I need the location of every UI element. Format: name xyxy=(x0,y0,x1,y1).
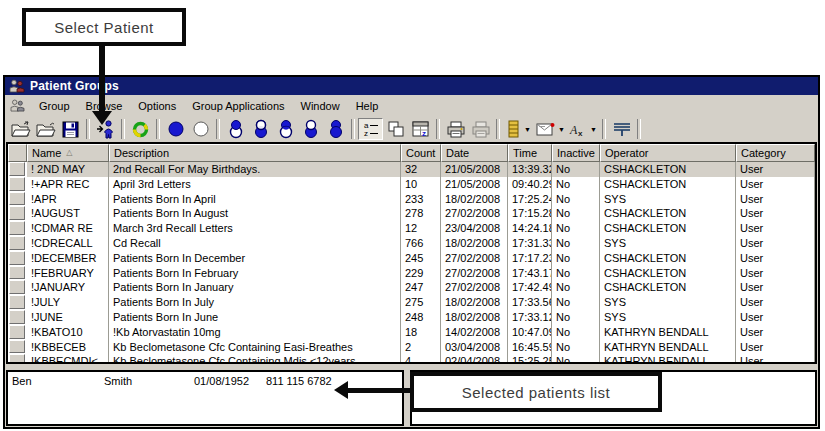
table-row[interactable]: !FEBRUARY Patients Born In February 229 … xyxy=(8,266,815,281)
table-row[interactable]: !KBBECEB Kb Beclometasone Cfc Containing… xyxy=(8,340,815,355)
refresh-group-button[interactable] xyxy=(128,118,153,140)
cell-date: 27/02/2008 xyxy=(441,206,508,221)
cell-description: April 3rd Letters xyxy=(109,177,401,192)
cell-category: User xyxy=(736,177,815,192)
cell-count: 248 xyxy=(401,310,441,325)
group-schedule-button[interactable]: z xyxy=(408,118,433,140)
set-combine-2-button[interactable] xyxy=(248,118,273,140)
set-intersect-button[interactable] xyxy=(273,118,298,140)
view-list-dropdown-caret[interactable]: ▼ xyxy=(524,126,533,133)
collapse-panel-button[interactable] xyxy=(609,118,634,140)
cell-date: 18/02/2008 xyxy=(441,310,508,325)
header-time[interactable]: Time xyxy=(508,144,552,162)
table-row[interactable]: !KBBECMDI< Kb Beclometasone Cfc Containi… xyxy=(8,354,815,362)
row-selector[interactable] xyxy=(9,251,25,265)
header-category[interactable]: Category xyxy=(736,144,815,162)
table-row[interactable]: !CDMAR RE March 3rd Recall Letters 12 23… xyxy=(8,221,815,236)
menu-item-group[interactable]: Group xyxy=(31,97,78,115)
svg-text:A: A xyxy=(569,123,578,137)
select-all-button[interactable] xyxy=(163,118,188,140)
row-selector[interactable] xyxy=(9,325,25,339)
cell-operator: CSHACKLETON xyxy=(600,251,736,266)
new-group-button[interactable] xyxy=(8,118,33,140)
header-operator[interactable]: Operator xyxy=(600,144,736,162)
menu-item-options[interactable]: Options xyxy=(130,97,184,115)
cell-category: User xyxy=(736,162,815,177)
cell-date: 23/04/2008 xyxy=(441,221,508,236)
header-count[interactable]: Count xyxy=(401,144,441,162)
set-union-button[interactable] xyxy=(323,118,348,140)
sort-az-button[interactable]: a z xyxy=(358,118,383,140)
row-selector[interactable] xyxy=(9,340,25,354)
save-group-button[interactable] xyxy=(58,118,83,140)
table-row[interactable]: !DECEMBER Patients Born In December 245 … xyxy=(8,251,815,266)
menu-item-window[interactable]: Window xyxy=(293,97,348,115)
cell-date: 27/02/2008 xyxy=(441,251,508,266)
row-selector[interactable] xyxy=(9,192,25,206)
menu-item-group-applications[interactable]: Group Applications xyxy=(184,97,292,115)
cell-name: !KBBECMDI< xyxy=(27,354,109,362)
cell-count: 32 xyxy=(401,162,441,177)
row-selector[interactable] xyxy=(9,310,25,324)
table-row[interactable]: !AUGUST Patients Born In August 278 27/0… xyxy=(8,206,815,221)
group-window-icon[interactable] xyxy=(10,99,25,112)
table-row[interactable]: !JULY Patients Born In July 275 18/02/20… xyxy=(8,295,815,310)
set-combine-1-button[interactable] xyxy=(223,118,248,140)
table-row[interactable]: !JANUARY Patients Born In January 247 27… xyxy=(8,280,815,295)
cell-date: 18/02/2008 xyxy=(441,295,508,310)
header-date[interactable]: Date xyxy=(441,144,508,162)
cell-operator: CSHACKLETON xyxy=(600,280,736,295)
mail-merge-dropdown-caret[interactable]: ▼ xyxy=(558,126,567,133)
table-row[interactable]: !+APR REC April 3rd Letters 10 21/05/200… xyxy=(8,177,815,192)
header-name[interactable]: Name△ xyxy=(27,144,109,162)
cell-time: 17:33.12 xyxy=(508,310,552,325)
row-selector[interactable] xyxy=(9,221,25,235)
cell-description: Patients Born In June xyxy=(109,310,401,325)
cell-count: 766 xyxy=(401,236,441,251)
table-row[interactable]: !APR Patients Born In April 233 18/02/20… xyxy=(8,192,815,207)
row-selector[interactable] xyxy=(9,295,25,309)
refresh-icon xyxy=(131,120,150,139)
remove-patient-button[interactable]: A x xyxy=(567,118,589,140)
cell-inactive: No xyxy=(552,354,600,362)
set-exclude-icon xyxy=(302,119,320,139)
row-selector[interactable] xyxy=(9,177,25,191)
row-selector[interactable] xyxy=(9,162,25,176)
set-union-icon xyxy=(327,119,345,139)
row-selector[interactable] xyxy=(9,206,25,220)
cell-date: 27/02/2008 xyxy=(441,266,508,281)
view-list-button[interactable] xyxy=(503,118,523,140)
toolbar: a z z xyxy=(5,116,818,142)
table-row[interactable]: !KBATO10 !Kb Atorvastatin 10mg 18 14/02/… xyxy=(8,325,815,340)
cell-inactive: No xyxy=(552,221,600,236)
set-exclude-button[interactable] xyxy=(298,118,323,140)
cell-category: User xyxy=(736,310,815,325)
row-selector[interactable] xyxy=(9,236,25,250)
table-row[interactable]: ! 2ND MAY 2nd Recall For May Birthdays. … xyxy=(8,162,815,177)
table-row[interactable]: !JUNE Patients Born In June 248 18/02/20… xyxy=(8,310,815,325)
cell-operator: KATHRYN BENDALL xyxy=(600,325,736,340)
mail-merge-button[interactable] xyxy=(533,118,557,140)
copy-group-button[interactable] xyxy=(383,118,408,140)
cell-count: 4 xyxy=(401,354,441,362)
header-description[interactable]: Description xyxy=(109,144,401,162)
open-group-button[interactable] xyxy=(33,118,58,140)
cell-count: 229 xyxy=(401,266,441,281)
cell-date: 18/02/2008 xyxy=(441,192,508,207)
cell-description: Cd Recall xyxy=(109,236,401,251)
row-selector[interactable] xyxy=(9,280,25,294)
cell-time: 10:47.09 xyxy=(508,325,552,340)
deselect-all-button[interactable] xyxy=(188,118,213,140)
cell-description: Patients Born In April xyxy=(109,192,401,207)
row-selector[interactable] xyxy=(9,354,25,362)
selected-patients-callout-label: Selected patients list xyxy=(462,384,611,401)
print-preview-button[interactable] xyxy=(468,118,493,140)
title-bar[interactable]: Patient Groups xyxy=(5,77,818,95)
remove-patient-dropdown-caret[interactable]: ▼ xyxy=(590,126,599,133)
row-selector[interactable] xyxy=(9,266,25,280)
menu-item-help[interactable]: Help xyxy=(348,97,387,115)
header-inactive[interactable]: Inactive xyxy=(552,144,600,162)
print-button[interactable] xyxy=(443,118,468,140)
table-row[interactable]: !CDRECALL Cd Recall 766 18/02/2008 17:31… xyxy=(8,236,815,251)
table-body: ! 2ND MAY 2nd Recall For May Birthdays. … xyxy=(8,162,815,362)
